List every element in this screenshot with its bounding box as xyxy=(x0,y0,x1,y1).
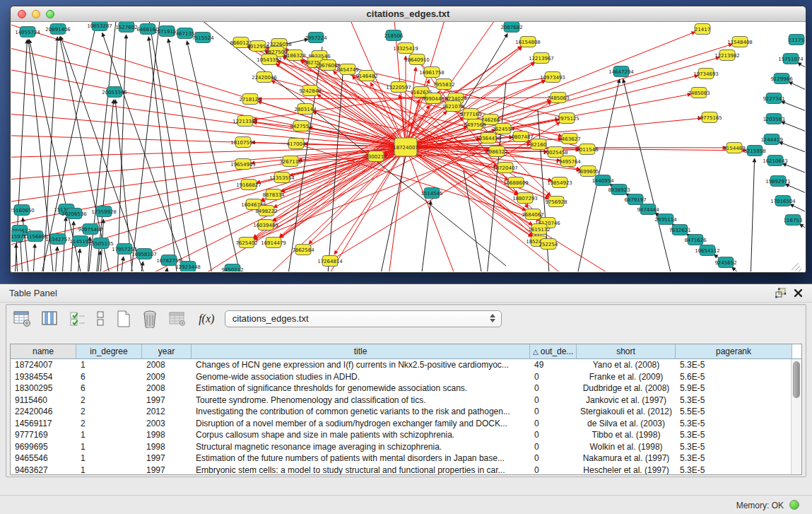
table-cell-in_degree: 2 xyxy=(76,395,142,407)
table-selector-dropdown[interactable]: citations_edges.txt xyxy=(225,310,502,327)
graph-node-label: 16154808 xyxy=(515,40,541,45)
table-row[interactable]: 1830029562008Estimation of significance … xyxy=(11,382,801,395)
close-panel-icon[interactable] xyxy=(793,287,804,298)
graph-node-label: 1527602 xyxy=(115,25,137,30)
table-mode-icon[interactable] xyxy=(13,310,32,327)
function-builder-icon[interactable]: f(x) xyxy=(199,313,214,325)
delete-icon[interactable] xyxy=(141,310,158,328)
graph-node-label: 17264814 xyxy=(317,259,343,264)
table-cell-pagerank: 5.3E-5 xyxy=(676,441,792,453)
row-height-icon[interactable] xyxy=(95,310,105,327)
graph-edge xyxy=(20,238,23,271)
graph-node-label: 9227341 xyxy=(763,96,784,102)
graph-edge xyxy=(168,39,213,271)
graph-node-label: 18807293 xyxy=(512,196,538,201)
table-cell-out_de: 0 xyxy=(530,371,577,383)
graph-edge xyxy=(11,43,406,147)
column-header-title[interactable]: title xyxy=(192,344,530,358)
column-header-out_de[interactable]: △out_de... xyxy=(530,344,577,358)
table-cell-pagerank: 5.5E-5 xyxy=(676,406,792,418)
graph-node-label: 20891406 xyxy=(45,27,71,33)
graph-edge xyxy=(11,147,406,158)
window-resize-grip[interactable] xyxy=(792,263,801,271)
graph-edge xyxy=(147,22,194,271)
graph-node-label: 12213982 xyxy=(714,53,740,59)
table-panel-title: Table Panel xyxy=(9,288,57,298)
graph-node-label: 9154469 xyxy=(723,146,745,151)
graph-node-label: 7986322 xyxy=(486,149,507,155)
graph-node-label: 13325419 xyxy=(393,46,418,52)
select-all-icon[interactable] xyxy=(69,310,86,327)
table-cell-title: Structural magnetic resonance image aver… xyxy=(192,441,530,453)
graph-node-label: 19495764 xyxy=(555,159,581,165)
graph-node-label: 21417 xyxy=(695,27,710,33)
graph-node-label: 18724007 xyxy=(393,145,418,151)
table-cell-pagerank: 5.9E-5 xyxy=(676,382,792,395)
table-cell-name: 9699695 xyxy=(11,441,76,453)
graph-node-label: 11353554 xyxy=(269,175,295,181)
table-cell-in_degree: 1 xyxy=(76,429,142,441)
column-header-in_degree[interactable]: in_degree xyxy=(76,344,142,358)
graph-node-label: 6879197 xyxy=(624,197,646,203)
graph-node-label: 2087682 xyxy=(500,25,522,30)
column-header-year[interactable]: year xyxy=(142,344,192,358)
table-row[interactable]: 1938455462009Genome-wide association stu… xyxy=(11,371,801,383)
table-scrollbar[interactable] xyxy=(791,359,801,474)
graph-node-label: 9463627 xyxy=(558,136,580,142)
table-cell-name: 9777169 xyxy=(11,429,76,441)
column-header-pagerank[interactable]: pagerank xyxy=(676,344,792,358)
table-row[interactable]: 1872400712008Changes of HCN gene express… xyxy=(11,359,801,371)
graph-node-label: 9474444 xyxy=(637,207,659,213)
table-cell-out_de: 0 xyxy=(530,406,577,418)
memory-ok-indicator xyxy=(789,500,799,510)
table-cell-name: 9465546 xyxy=(11,452,76,465)
table-cell-out_de: 0 xyxy=(530,429,577,441)
table-cell-out_de: 0 xyxy=(530,382,577,395)
table-cell-year: 2008 xyxy=(142,359,192,371)
table-row[interactable]: 969969511998Structural magnetic resonanc… xyxy=(11,441,801,453)
graph-edge xyxy=(187,41,241,271)
table-cell-year: 1997 xyxy=(142,395,192,407)
graph-node-label: 19654903 xyxy=(230,162,256,168)
table-row[interactable]: 911546021997Tourette syndrome. Phenomeno… xyxy=(11,395,801,407)
new-document-icon[interactable] xyxy=(115,310,132,328)
graph-node-label: 11175 xyxy=(789,37,804,43)
graph-node-label: 19854923 xyxy=(547,180,572,186)
graph-node-label: 9777169 xyxy=(459,112,481,117)
graph-node-label: 8878334 xyxy=(262,192,285,198)
table-toolbar: f(x) citations_edges.txt xyxy=(13,310,799,338)
graph-node-label: 25160650 xyxy=(11,208,35,214)
table-selector-value: citations_edges.txt xyxy=(233,313,309,324)
graph-node-label: 1244419 xyxy=(760,137,782,143)
graph-edge xyxy=(165,268,167,271)
dropdown-arrows-icon xyxy=(490,314,495,322)
graph-node-label: 9146482 xyxy=(355,74,377,79)
graph-edge xyxy=(406,22,506,147)
network-window: citations_edges.txt 86601238912954232260… xyxy=(10,6,806,273)
graph-node-label: 1615132 xyxy=(528,227,550,233)
network-view[interactable]: 8660123891295423226058982750910543392818… xyxy=(11,22,805,271)
float-panel-icon[interactable] xyxy=(775,288,787,298)
table-cell-short: Tibbo et al. (1998) xyxy=(577,429,676,441)
window-title: citations_edges.txt xyxy=(11,8,806,19)
table-row[interactable]: 1456911722003Disruption of a novel membe… xyxy=(11,418,801,430)
table-cell-pagerank: 5.3E-5 xyxy=(676,452,792,465)
show-columns-icon[interactable] xyxy=(41,310,59,327)
graph-node-label: 9129966 xyxy=(770,76,793,82)
window-titlebar[interactable]: citations_edges.txt xyxy=(11,6,806,22)
table-cell-title: Genome-wide association studies in ADHD. xyxy=(192,371,530,383)
table-row[interactable]: 946362711997Embryonic stem cells: a mode… xyxy=(11,465,801,476)
table-row[interactable]: 946554611997Estimation of the future num… xyxy=(11,452,801,465)
column-header-name[interactable]: name xyxy=(11,344,76,358)
table-cell-title: Tourette syndrome. Phenomenology and cla… xyxy=(192,395,530,407)
scrollbar-thumb[interactable] xyxy=(793,361,800,398)
table-row[interactable]: 2242004622012Investigating the contribut… xyxy=(11,406,801,418)
column-header-short[interactable]: short xyxy=(577,344,676,358)
table-row[interactable]: 977716911998Corpus callosum shape and si… xyxy=(11,429,801,441)
table-cell-out_de: 0 xyxy=(530,441,577,453)
table-cell-pagerank: 5.3E-5 xyxy=(676,395,792,407)
graph-node-label: 7515524 xyxy=(192,35,214,41)
graph-node-label: 2718120 xyxy=(239,97,261,103)
graph-node-label: 19734693 xyxy=(693,71,719,77)
citation-network-graph[interactable]: 8660123891295423226058982750910543392818… xyxy=(11,22,805,271)
